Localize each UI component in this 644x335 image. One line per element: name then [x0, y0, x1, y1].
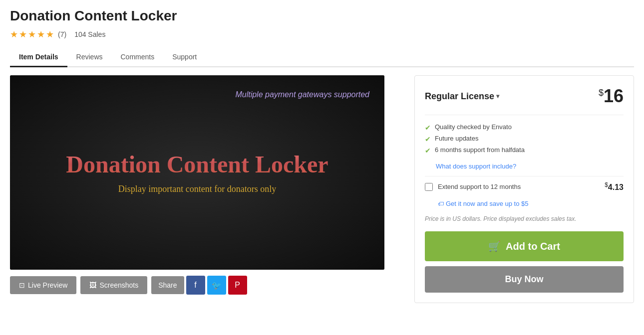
- chevron-down-icon: ▾: [496, 93, 499, 100]
- live-preview-label: Live Preview: [28, 281, 67, 289]
- add-to-cart-label: Add to Cart: [506, 241, 560, 252]
- support-link[interactable]: What does support include?: [436, 163, 624, 170]
- star-3: ★: [28, 29, 36, 40]
- price-disclaimer: Price is in US dollars. Price displayed …: [425, 214, 624, 223]
- feature-label-1: Quality checked by Envato: [435, 123, 512, 131]
- check-icon-1: ✔: [425, 124, 431, 132]
- rating-count: (7): [58, 30, 66, 38]
- feature-item-2: ✔ Future updates: [425, 135, 624, 143]
- right-panel: Regular License ▾ $16 ✔ Quality checked …: [414, 75, 634, 303]
- share-button[interactable]: Share: [151, 276, 184, 294]
- extend-dollar-sign: $: [605, 181, 608, 188]
- feature-item-1: ✔ Quality checked by Envato: [425, 123, 624, 132]
- license-name: Regular License: [425, 91, 494, 102]
- share-row: Share f 🐦 P: [151, 276, 247, 295]
- license-price: $16: [599, 86, 624, 107]
- content-area: Multiple payment gateways supported Dona…: [10, 75, 634, 303]
- pinterest-button[interactable]: P: [228, 276, 247, 295]
- get-now-link[interactable]: 🏷 Get it now and save up to $5: [438, 200, 624, 207]
- facebook-icon: f: [194, 281, 196, 290]
- action-buttons: ⊡ Live Preview 🖼 Screenshots Share f 🐦: [10, 276, 404, 295]
- facebook-button[interactable]: f: [186, 276, 205, 295]
- check-icon-2: ✔: [425, 135, 431, 143]
- sales-count: 104 Sales: [74, 30, 105, 38]
- tabs-nav: Item Details Reviews Comments Support: [10, 48, 634, 67]
- tab-reviews[interactable]: Reviews: [67, 48, 112, 67]
- live-preview-button[interactable]: ⊡ Live Preview: [10, 276, 76, 294]
- preview-main-title: Donation Content Locker: [66, 151, 328, 178]
- preview-image: Multiple payment gateways supported Dona…: [10, 75, 384, 270]
- get-now-label: Get it now and save up to $5: [446, 200, 529, 207]
- extend-support-checkbox[interactable]: [425, 183, 433, 191]
- extend-support-price: $4.13: [605, 181, 624, 192]
- license-label: Regular License ▾: [425, 91, 499, 102]
- monitor-icon: ⊡: [19, 281, 25, 289]
- star-2: ★: [19, 29, 27, 40]
- page-wrapper: Donation Content Locker ★ ★ ★ ★ ★ (7) 10…: [0, 0, 644, 335]
- left-panel: Multiple payment gateways supported Dona…: [10, 75, 404, 303]
- features-list: ✔ Quality checked by Envato ✔ Future upd…: [425, 123, 624, 155]
- pinterest-icon: P: [235, 281, 240, 290]
- star-rating: ★ ★ ★ ★ ★: [10, 29, 54, 40]
- image-icon: 🖼: [89, 281, 96, 289]
- preview-sub-title: Display important content for donators o…: [118, 184, 276, 194]
- license-row: Regular License ▾ $16: [425, 86, 624, 115]
- screenshots-label: Screenshots: [99, 281, 138, 289]
- screenshots-button[interactable]: 🖼 Screenshots: [80, 276, 147, 294]
- extend-price-value: 4.13: [608, 183, 624, 191]
- buy-now-label: Buy Now: [505, 274, 543, 284]
- price-value: 16: [604, 86, 624, 106]
- twitter-icon: 🐦: [212, 281, 222, 290]
- cart-icon: 🛒: [488, 240, 501, 252]
- tag-icon: 🏷: [438, 200, 444, 207]
- extend-support-label: Extend support to 12 months: [438, 183, 600, 190]
- rating-row: ★ ★ ★ ★ ★ (7) 104 Sales: [10, 29, 634, 40]
- star-1: ★: [10, 29, 18, 40]
- tab-comments[interactable]: Comments: [112, 48, 164, 67]
- add-to-cart-button[interactable]: 🛒 Add to Cart: [425, 231, 624, 261]
- page-title: Donation Content Locker: [10, 8, 634, 24]
- extend-support-row: Extend support to 12 months $4.13: [425, 176, 624, 197]
- price-dollar-sign: $: [599, 88, 604, 98]
- feature-label-3: 6 months support from halfdata: [435, 146, 525, 154]
- star-5: ★: [46, 29, 54, 40]
- tab-support[interactable]: Support: [163, 48, 206, 67]
- feature-item-3: ✔ 6 months support from halfdata: [425, 146, 624, 155]
- star-4: ★: [37, 29, 45, 40]
- feature-label-2: Future updates: [435, 135, 478, 142]
- preview-top-text: Multiple payment gateways supported: [235, 90, 369, 99]
- twitter-button[interactable]: 🐦: [207, 276, 226, 295]
- buy-now-button[interactable]: Buy Now: [425, 266, 624, 293]
- check-icon-3: ✔: [425, 147, 431, 155]
- tab-item-details[interactable]: Item Details: [10, 48, 67, 67]
